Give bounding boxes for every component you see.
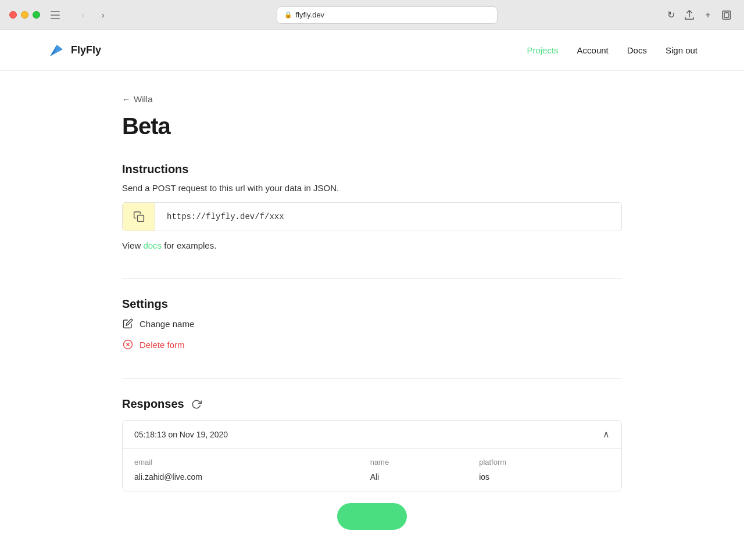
browser-action-buttons: ↻ + (663, 9, 735, 21)
delete-form-item[interactable]: Delete form (122, 339, 622, 350)
delete-form-label: Delete form (140, 340, 185, 350)
nav-projects[interactable]: Projects (527, 45, 558, 55)
svg-rect-5 (137, 216, 144, 222)
share-button[interactable] (681, 9, 698, 21)
settings-section: Settings Change name (122, 279, 622, 350)
traffic-lights (9, 11, 40, 19)
logo-icon (46, 41, 65, 60)
tab-overview-button[interactable] (718, 9, 735, 21)
settings-title: Settings (122, 297, 622, 311)
collapse-response-button[interactable]: ∧ (603, 429, 610, 440)
svg-rect-3 (722, 11, 731, 19)
refresh-responses-button[interactable] (191, 399, 202, 410)
col-header-platform: platform (479, 458, 610, 470)
svg-rect-2 (51, 18, 60, 19)
nav-links: Projects Account Docs Sign out (527, 45, 698, 55)
response-card-header[interactable]: 05:18:13 on Nov 19, 2020 ∧ (123, 421, 621, 448)
responses-title: Responses (122, 397, 184, 411)
change-name-item[interactable]: Change name (122, 318, 622, 329)
close-button[interactable] (9, 11, 17, 19)
cell-platform: ios (479, 470, 610, 482)
response-body: email name platform ali.zahid@live.com A… (123, 448, 621, 491)
forward-button[interactable]: › (95, 9, 111, 21)
nav-signout[interactable]: Sign out (666, 45, 698, 55)
bottom-area (122, 491, 622, 530)
table-header-row: email name platform (134, 458, 610, 470)
cell-email: ali.zahid@live.com (134, 470, 370, 482)
reload-button[interactable]: ↻ (663, 9, 679, 21)
response-timestamp: 05:18:13 on Nov 19, 2020 (134, 430, 228, 439)
top-nav: FlyFly Projects Account Docs Sign out (0, 30, 744, 71)
breadcrumb[interactable]: ← Willa (122, 94, 622, 104)
view-docs-text: View docs for examples. (122, 240, 622, 250)
table-row: ali.zahid@live.com Ali ios (134, 470, 610, 482)
delete-icon (122, 339, 134, 350)
docs-link[interactable]: docs (143, 240, 162, 250)
nav-account[interactable]: Account (577, 45, 609, 55)
view-docs-suffix: for examples. (162, 240, 216, 250)
browser-chrome: ‹ › 🔒 flyfly.dev ↻ + (0, 0, 744, 30)
svg-rect-1 (51, 15, 60, 16)
new-tab-button[interactable]: + (700, 9, 716, 21)
cell-name: Ali (370, 470, 480, 482)
logo-area: FlyFly (46, 41, 527, 60)
instructions-description: Send a POST request to this url with you… (122, 183, 622, 193)
url-display: flyfly.dev (296, 10, 325, 19)
main-content: ← Willa Beta Instructions Send a POST re… (87, 71, 657, 560)
maximize-button[interactable] (33, 11, 40, 19)
response-card: 05:18:13 on Nov 19, 2020 ∧ email name pl… (122, 420, 622, 491)
bottom-action-button[interactable] (337, 503, 407, 530)
responses-header: Responses (122, 397, 622, 411)
back-button[interactable]: ‹ (75, 9, 91, 21)
view-docs-prefix: View (122, 240, 143, 250)
page-wrapper: FlyFly Projects Account Docs Sign out ← … (0, 30, 744, 560)
minimize-button[interactable] (21, 11, 28, 19)
url-box: https://flyfly.dev/f/xxx (122, 202, 622, 231)
address-bar-container: 🔒 flyfly.dev (118, 6, 656, 24)
instructions-section: Instructions Send a POST request to this… (122, 163, 622, 250)
instructions-title: Instructions (122, 163, 622, 176)
response-table: email name platform ali.zahid@live.com A… (134, 458, 610, 482)
svg-rect-4 (724, 13, 729, 17)
copy-url-button[interactable] (123, 203, 155, 231)
browser-controls: ‹ › (75, 9, 111, 21)
edit-icon (122, 318, 134, 329)
col-header-name: name (370, 458, 480, 470)
svg-rect-0 (51, 11, 60, 12)
lock-icon: 🔒 (284, 11, 292, 19)
logo-text: FlyFly (71, 44, 101, 56)
breadcrumb-parent: Willa (134, 94, 153, 104)
change-name-label: Change name (140, 319, 194, 329)
address-bar[interactable]: 🔒 flyfly.dev (277, 6, 498, 24)
sidebar-toggle-button[interactable] (47, 9, 63, 21)
col-header-email: email (134, 458, 370, 470)
page-title: Beta (122, 113, 622, 139)
responses-section: Responses 05:18:13 on Nov 19, 2020 ∧ (122, 379, 622, 530)
nav-docs[interactable]: Docs (627, 45, 647, 55)
breadcrumb-arrow: ← (122, 95, 130, 104)
url-value: https://flyfly.dev/f/xxx (155, 204, 621, 229)
